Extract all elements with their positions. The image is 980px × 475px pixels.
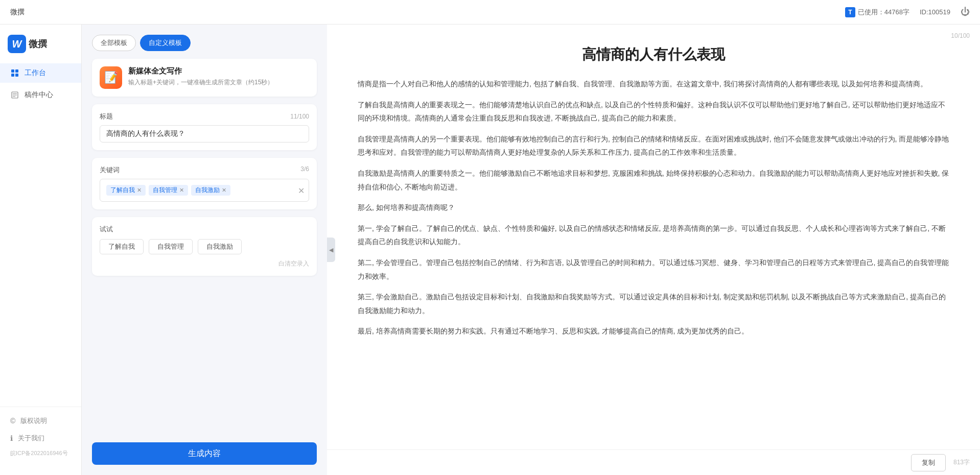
sidebar-drafts-label: 稿件中心: [25, 90, 53, 100]
about-label: 关于我们: [18, 434, 44, 443]
tab-all-templates[interactable]: 全部模板: [92, 35, 136, 51]
about-icon: ℹ: [10, 434, 13, 442]
template-desc: 输入标题+关键词，一键准确生成所需文章（约15秒）: [128, 78, 309, 87]
preview-para-4: 那么, 如何培养和提高情商呢？: [358, 201, 949, 215]
copy-button[interactable]: 复制: [911, 454, 946, 471]
keywords-input-area[interactable]: 了解自我 ✕ 自我管理 ✕ 自我激励 ✕ ✕: [100, 179, 309, 202]
preview-para-5: 第一, 学会了解自己。了解自己的优点、缺点、个性特质和偏好, 以及自己的情感状态…: [358, 222, 949, 249]
word-count: 813字: [953, 458, 970, 467]
content-area: 全部模板 自定义模板 📝 新媒体全文写作 输入标题+关键词，一键准确生成所需文章…: [82, 25, 980, 475]
keyword-tag-3-close[interactable]: ✕: [222, 187, 226, 194]
trial-clear[interactable]: 白清空录入: [100, 259, 309, 268]
trial-label: 试试: [100, 225, 309, 234]
svg-rect-2: [11, 74, 14, 77]
sidebar-item-workspace[interactable]: 工作台: [0, 63, 81, 83]
template-card[interactable]: 📝 新媒体全文写作 输入标题+关键词，一键准确生成所需文章（约15秒）: [92, 59, 317, 97]
sidebar-nav: 工作台 稿件中心: [0, 63, 81, 407]
keywords-section: 关键词 3/6 了解自我 ✕ 自我管理 ✕ 自我激励 ✕: [92, 158, 317, 209]
collapse-arrow[interactable]: ◀: [327, 238, 335, 262]
svg-rect-3: [15, 74, 18, 77]
keywords-label: 关键词 3/6: [100, 165, 309, 175]
title-count: 11/100: [290, 113, 309, 120]
copyright-label: 版权说明: [20, 416, 47, 425]
trial-tag-1[interactable]: 了解自我: [100, 239, 144, 254]
power-icon[interactable]: ⏻: [961, 7, 970, 17]
chevron-left-icon: ◀: [329, 247, 333, 253]
keywords-label-text: 关键词: [100, 165, 120, 175]
preview-para-2: 自我管理是高情商人的另一个重要表现。他们能够有效地控制自己的言行和行为, 控制自…: [358, 132, 949, 159]
copyright-icon: ©: [10, 417, 15, 425]
keyword-tag-1[interactable]: 了解自我 ✕: [106, 185, 146, 196]
keywords-count: 3/6: [300, 165, 309, 175]
header-right: T 已使用：44768字 ID:100519 ⏻: [845, 7, 970, 17]
preview-counter: 10/100: [951, 32, 970, 39]
keyword-tag-1-text: 了解自我: [110, 186, 135, 195]
preview-para-3: 自我激励是高情商人的重要特质之一。他们能够激励自己不断地追求目标和梦想, 克服困…: [358, 167, 949, 194]
sidebar: W 微撰 工作台 稿件中心 © 版权说明 ℹ: [0, 25, 82, 475]
preview-para-1: 了解自我是高情商人的重要表现之一。他们能够清楚地认识自己的优点和缺点, 以及自己…: [358, 98, 949, 125]
trial-tag-3[interactable]: 自我激励: [198, 239, 242, 254]
keyword-tag-2[interactable]: 自我管理 ✕: [149, 185, 188, 196]
sidebar-item-about[interactable]: ℹ 关于我们: [0, 430, 81, 447]
trial-section: 试试 了解自我 自我管理 自我激励 白清空录入: [92, 217, 317, 276]
preview-title: 高情商的人有什么表现: [358, 45, 949, 64]
keywords-clear-icon[interactable]: ✕: [298, 185, 305, 195]
template-info: 新媒体全文写作 输入标题+关键词，一键准确生成所需文章（约15秒）: [128, 66, 309, 87]
main-layout: W 微撰 工作台 稿件中心 © 版权说明 ℹ: [0, 25, 980, 475]
header: 微撰 T 已使用：44768字 ID:100519 ⏻: [0, 0, 980, 25]
sidebar-workspace-label: 工作台: [25, 68, 46, 78]
left-panel: 全部模板 自定义模板 📝 新媒体全文写作 输入标题+关键词，一键准确生成所需文章…: [82, 25, 327, 475]
drafts-icon: [10, 90, 19, 100]
usage-icon: T: [845, 7, 855, 17]
preview-para-6: 第二, 学会管理自己。管理自己包括控制自己的情绪、行为和言语, 以及管理自己的时…: [358, 256, 949, 283]
svg-rect-1: [15, 69, 18, 73]
keyword-tag-2-text: 自我管理: [153, 186, 177, 195]
id-label: ID:100519: [920, 8, 950, 16]
icp-text: 皖ICP备2022016946号: [0, 447, 81, 460]
title-section: 标题 11/100: [92, 104, 317, 150]
title-label-text: 标题: [100, 112, 113, 121]
usage-label: 已使用：44768字: [858, 8, 909, 17]
tab-custom-templates[interactable]: 自定义模板: [140, 35, 191, 51]
keyword-tag-2-close[interactable]: ✕: [179, 187, 184, 194]
preview-area: 10/100 高情商的人有什么表现 情商是指一个人对自己和他人的感情的认知和管理…: [327, 25, 980, 449]
template-tabs: 全部模板 自定义模板: [92, 35, 317, 51]
workspace-icon: [10, 68, 19, 78]
keyword-tag-3[interactable]: 自我激励 ✕: [191, 185, 230, 196]
logo-text: 微撰: [29, 38, 47, 50]
preview-content: 情商是指一个人对自己和他人的感情的认知和管理能力, 包括了解自我、自我管理、自我…: [358, 77, 949, 338]
sidebar-bottom: © 版权说明 ℹ 关于我们 皖ICP备2022016946号: [0, 407, 81, 465]
keyword-tag-3-text: 自我激励: [195, 186, 220, 195]
header-title: 微撰: [10, 8, 25, 17]
preview-bottom-bar: 复制 813字: [327, 449, 980, 475]
preview-para-8: 最后, 培养高情商需要长期的努力和实践。只有通过不断地学习、反思和实践, 才能够…: [358, 324, 949, 338]
preview-para-0: 情商是指一个人对自己和他人的感情的认知和管理能力, 包括了解自我、自我管理、自我…: [358, 77, 949, 91]
trial-tags: 了解自我 自我管理 自我激励: [100, 239, 309, 254]
trial-tag-2[interactable]: 自我管理: [149, 239, 193, 254]
preview-para-7: 第三, 学会激励自己。激励自己包括设定目标和计划、自我激励和自我奖励等方式。可以…: [358, 290, 949, 317]
template-icon: 📝: [100, 66, 122, 89]
logo-area: W 微撰: [0, 35, 81, 63]
logo-w-icon: W: [8, 35, 26, 53]
sidebar-item-copyright[interactable]: © 版权说明: [0, 412, 81, 430]
title-input[interactable]: [100, 125, 309, 142]
keyword-tag-1-close[interactable]: ✕: [137, 187, 142, 194]
svg-rect-0: [11, 69, 14, 73]
right-panel: 10/100 高情商的人有什么表现 情商是指一个人对自己和他人的感情的认知和管理…: [327, 25, 980, 475]
title-label: 标题 11/100: [100, 112, 309, 121]
header-usage: T 已使用：44768字: [845, 7, 909, 17]
generate-button[interactable]: 生成内容: [92, 442, 317, 465]
sidebar-item-drafts[interactable]: 稿件中心: [0, 85, 81, 105]
template-name: 新媒体全文写作: [128, 66, 309, 76]
